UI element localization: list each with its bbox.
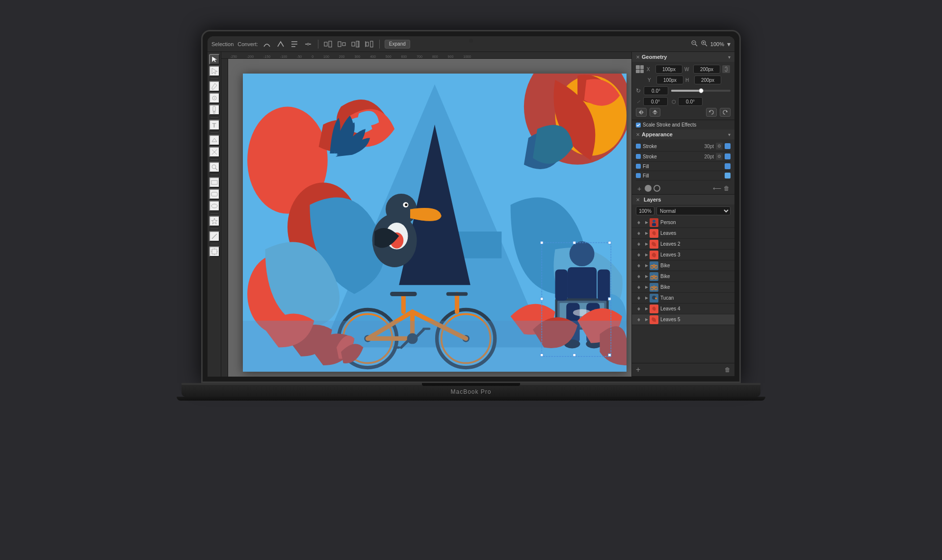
rounded-rect-button[interactable] — [209, 189, 220, 200]
layer-visibility-leaves2[interactable] — [636, 241, 642, 247]
layer-visibility-bike2[interactable] — [636, 274, 642, 280]
layer-item-bike3[interactable]: ▶ Bike — [632, 282, 734, 293]
align-tool-2[interactable] — [337, 40, 347, 49]
convert-tool-2[interactable] — [276, 40, 286, 49]
skew-input-2[interactable] — [678, 97, 703, 106]
layer-item-leaves2[interactable]: ▶ Leaves 2 — [632, 239, 734, 250]
scissors-button[interactable] — [209, 147, 220, 157]
layer-expand-tucan[interactable]: ▶ — [644, 295, 650, 301]
direct-selection-button[interactable] — [209, 66, 220, 76]
geometry-expand-button[interactable]: ▾ — [728, 54, 731, 60]
pen-tool-button[interactable] — [209, 81, 220, 92]
align-tool-1[interactable] — [323, 40, 333, 49]
appearance-add-button[interactable]: + — [636, 185, 643, 192]
appearance-expand-button[interactable]: ▾ — [728, 132, 731, 137]
flip-h-button[interactable] — [636, 108, 647, 117]
align-tool-3[interactable] — [351, 40, 361, 49]
geo-link-button[interactable] — [722, 65, 730, 73]
convert-tool-3[interactable] — [289, 40, 299, 49]
stroke-1-color[interactable] — [725, 143, 731, 149]
star-tool-button[interactable] — [209, 216, 220, 227]
layer-item-leaves3[interactable]: ▶ Leaves 3 — [632, 250, 734, 260]
rotation-input[interactable] — [644, 86, 668, 95]
undo-button[interactable] — [706, 108, 717, 117]
rotation-slider[interactable] — [671, 90, 731, 92]
layer-expand-bike3[interactable]: ▶ — [644, 284, 650, 290]
zoom-out-button[interactable] — [691, 40, 698, 48]
layer-visibility-leaves4[interactable] — [636, 306, 642, 312]
layer-item-bike2[interactable]: ▶ Bike — [632, 271, 734, 282]
flip-v-button[interactable] — [650, 108, 660, 117]
layer-visibility-leaves3[interactable] — [636, 252, 642, 258]
macbook-label: MacBook Pro — [450, 388, 491, 395]
layer-expand-leaves3[interactable]: ▶ — [644, 252, 650, 258]
geometry-header[interactable]: ✕ Geometry ▾ — [632, 52, 734, 62]
type-tool-button[interactable]: T — [209, 120, 220, 130]
zoom-in-button[interactable] — [701, 40, 707, 48]
layer-visibility-leaves[interactable] — [636, 230, 642, 236]
layer-item-bike1[interactable]: ▶ Bike — [632, 260, 734, 271]
layer-visibility-leaves5[interactable] — [636, 317, 642, 323]
align-tool-4[interactable] — [365, 40, 374, 49]
fill-2-check[interactable] — [636, 173, 641, 178]
layers-header[interactable]: ✕ Layers — [632, 195, 734, 204]
appearance-header[interactable]: ✕ Appearance ▾ — [632, 129, 734, 139]
layer-item-leaves[interactable]: ▶ Leaves — [632, 228, 734, 239]
scale-stroke-checkbox[interactable] — [636, 123, 641, 127]
fill-1-color[interactable] — [725, 163, 731, 169]
layer-visibility-person[interactable] — [636, 220, 642, 226]
layer-expand-leaves5[interactable]: ▶ — [644, 317, 650, 323]
fill-1-check[interactable] — [636, 164, 641, 169]
expand-button[interactable]: Expand — [385, 40, 410, 49]
canvas-document[interactable] — [243, 74, 627, 372]
skew-input-1[interactable] — [643, 97, 668, 106]
stroke-2-gear-button[interactable]: ⚙ — [716, 153, 723, 160]
svg-rect-72 — [568, 267, 597, 303]
layer-expand-leaves4[interactable]: ▶ — [644, 306, 650, 312]
artboard-tool-button[interactable] — [209, 246, 220, 257]
layer-visibility-bike3[interactable] — [636, 284, 642, 290]
w-input[interactable] — [693, 65, 720, 74]
brush-tool-button[interactable] — [209, 104, 220, 115]
selection-tool-button[interactable] — [209, 54, 220, 65]
convert-tool-1[interactable] — [262, 40, 272, 49]
canvas-area[interactable]: -250 -200 -150 -100 -50 0 100 200 300 40… — [221, 52, 631, 377]
eraser-tool-button[interactable] — [209, 135, 220, 146]
layers-add-button[interactable]: + — [636, 365, 640, 374]
layer-expand-person[interactable]: ▶ — [644, 220, 650, 226]
layers-delete-button[interactable]: 🗑 — [725, 366, 731, 373]
fill-2-color[interactable] — [725, 173, 731, 178]
layers-blend-select[interactable]: Normal — [656, 206, 731, 215]
stroke-2-check[interactable] — [636, 154, 641, 159]
layer-item-person[interactable]: ▶ Person — [632, 217, 734, 228]
appearance-delete-button[interactable]: 🗑 — [723, 184, 731, 192]
ellipse-tool-button[interactable] — [209, 201, 220, 211]
stroke-2-color[interactable] — [725, 153, 731, 159]
x-input[interactable] — [655, 65, 682, 74]
zoom-dropdown-button[interactable]: ▾ — [727, 40, 731, 48]
y-input[interactable] — [656, 76, 683, 84]
pencil-button[interactable] — [209, 93, 220, 103]
convert-tool-4[interactable] — [303, 40, 313, 49]
layer-visibility-bike1[interactable] — [636, 263, 642, 269]
layer-expand-leaves[interactable]: ▶ — [644, 230, 650, 236]
appearance-action-1[interactable]: ⟵ — [713, 184, 721, 192]
layer-expand-bike2[interactable]: ▶ — [644, 274, 650, 280]
rect-tool-button[interactable] — [209, 177, 220, 188]
layer-item-leaves4[interactable]: ▶ Leaves 4 — [632, 304, 734, 314]
layer-expand-bike1[interactable]: ▶ — [644, 263, 650, 269]
layer-visibility-tucan[interactable] — [636, 295, 642, 301]
redo-button[interactable] — [720, 108, 731, 117]
geo-grid-icon[interactable] — [636, 65, 644, 73]
stroke-1-gear-button[interactable]: ⚙ — [716, 143, 723, 150]
stroke-1-check[interactable] — [636, 144, 641, 149]
layer-item-tucan[interactable]: ▶ Tucan — [632, 293, 734, 304]
layer-item-leaves5[interactable]: ▶ Leaves 5 — [632, 314, 734, 325]
h-input[interactable] — [694, 76, 721, 84]
layer-expand-leaves2[interactable]: ▶ — [644, 241, 650, 247]
ruler-tick: -200 — [247, 55, 254, 58]
line-tool-button[interactable] — [209, 231, 220, 242]
zoom-tool-button[interactable] — [209, 162, 220, 173]
layers-opacity-input[interactable] — [636, 206, 654, 215]
svg-point-19 — [214, 98, 215, 99]
